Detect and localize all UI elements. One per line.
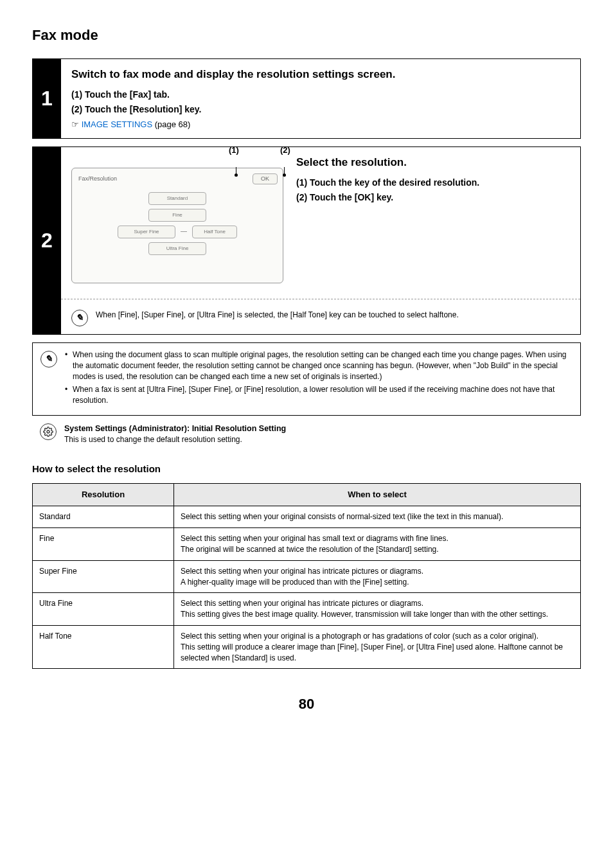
table-row: Ultra FineSelect this setting when your … [33,593,581,626]
info-bullet-1: When using the document glass to scan mu… [65,350,573,382]
ultra-fine-button[interactable]: Ultra Fine [148,242,206,255]
how-to-heading: How to select the resolution [32,462,581,475]
table-header-resolution: Resolution [33,484,174,506]
step-2: 2 (1) (2) Fax/Resolution [32,146,581,335]
system-settings-box: System Settings (Administrator): Initial… [32,420,581,449]
table-cell-when: Select this setting when your original i… [174,626,581,669]
table-cell-resolution: Standard [33,506,174,528]
super-fine-button[interactable]: Super Fine [118,226,175,238]
callout-1: (1) [229,145,239,156]
step-1-heading: Switch to fax mode and display the resol… [71,67,570,82]
table-row: Half ToneSelect this setting when your o… [33,626,581,669]
table-cell-resolution: Ultra Fine [33,593,174,626]
half-tone-button[interactable]: Half Tone [192,226,237,238]
table-cell-resolution: Super Fine [33,560,174,593]
sys-text: This is used to change the default resol… [64,434,286,445]
gear-icon [40,423,57,440]
table-cell-when: Select this setting when your original h… [174,593,581,626]
note-icon: ✎ [71,310,88,326]
fine-button[interactable]: Fine [148,209,206,222]
image-settings-link[interactable]: IMAGE SETTINGS [82,120,153,129]
page-title: Fax mode [32,26,581,46]
table-cell-when: Select this setting when your original h… [174,560,581,593]
table-cell-resolution: Fine [33,528,174,561]
note-icon: ✎ [40,351,57,368]
table-header-when: When to select [174,484,581,506]
sys-title: System Settings (Administrator): Initial… [64,423,286,435]
step-2-heading: Select the resolution. [296,155,570,170]
info-bullet-2: When a fax is sent at [Ultra Fine], [Sup… [65,384,573,406]
info-box: ✎ When using the document glass to scan … [32,342,581,416]
resolution-table: Resolution When to select StandardSelect… [32,483,581,669]
step-1: 1 Switch to fax mode and display the res… [32,58,581,139]
panel-title: Fax/Resolution [77,173,118,184]
table-cell-when: Select this setting when your original c… [174,506,581,528]
table-row: Super FineSelect this setting when your … [33,560,581,593]
callout-2: (2) [280,145,290,156]
step-number-2: 2 [33,147,61,334]
page-number: 80 [32,695,581,714]
pointer-icon: ☞ [71,119,79,130]
resolution-panel: Fax/Resolution OK Standard Fine Super Fi… [71,168,283,283]
svg-point-0 [47,430,49,433]
standard-button[interactable]: Standard [148,192,206,205]
table-row: FineSelect this setting when your origin… [33,528,581,561]
step-2-sub-2: (2) Touch the [OK] key. [296,191,570,204]
step-2-note: When [Fine], [Super Fine], or [Ultra Fin… [96,310,570,321]
step-1-sub-1: (1) Touch the [Fax] tab. [71,89,570,102]
table-cell-resolution: Half Tone [33,626,174,669]
table-cell-when: Select this setting when your original h… [174,528,581,561]
step-1-sub-2: (2) Touch the [Resolution] key. [71,103,570,116]
step-2-sub-1: (1) Touch the key of the desired resolut… [296,177,570,190]
link-suffix: (page 68) [152,120,190,129]
ok-button[interactable]: OK [253,173,278,184]
table-row: StandardSelect this setting when your or… [33,506,581,528]
step-number-1: 1 [33,59,61,138]
